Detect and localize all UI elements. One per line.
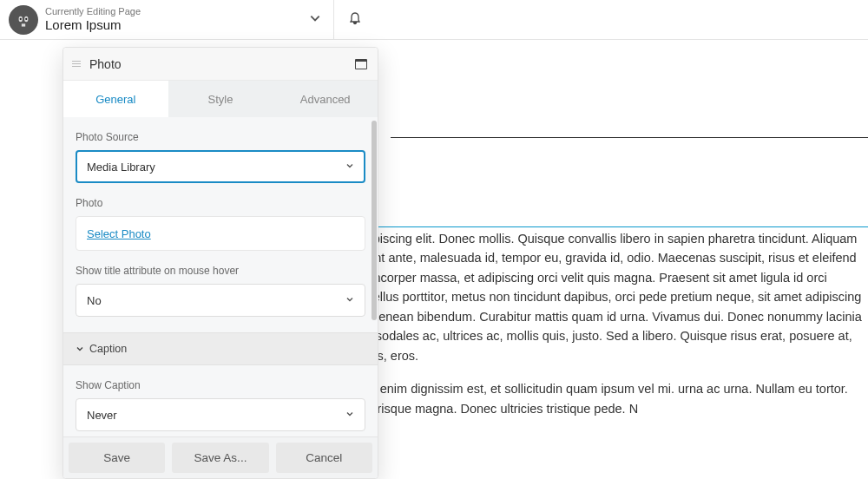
caption-section-toggle[interactable]: Caption [63, 332, 378, 365]
svg-point-4 [25, 17, 27, 19]
tab-general[interactable]: General [63, 81, 168, 117]
heading-rule [391, 137, 868, 138]
section-title: Caption [89, 343, 127, 355]
page-menu-toggle[interactable] [297, 12, 333, 28]
editing-label: Currently Editing Page [45, 6, 141, 17]
notifications-button[interactable] [334, 11, 376, 29]
panel-footer: Save Save As... Cancel [63, 436, 378, 478]
bell-icon [348, 11, 362, 25]
photo-label: Photo [76, 197, 365, 209]
chevron-down-icon [345, 409, 354, 421]
page-title: Lorem Ipsum [45, 17, 141, 33]
panel-header[interactable]: Photo [63, 48, 378, 81]
settings-panel: Photo General Style Advanced Photo Sourc… [62, 47, 378, 479]
maximize-icon[interactable] [355, 59, 367, 69]
select-photo-link[interactable]: Select Photo [87, 227, 151, 240]
title-attr-label: Show title attribute on mouse hover [76, 265, 365, 277]
title-attr-select[interactable]: No [76, 284, 365, 317]
drag-handle-icon[interactable] [72, 61, 81, 67]
chevron-down-icon [345, 161, 354, 173]
save-as-button[interactable]: Save As... [172, 443, 268, 473]
select-value: Media Library [87, 161, 155, 174]
save-button[interactable]: Save [69, 443, 165, 473]
panel-title: Photo [89, 57, 122, 71]
photo-source-label: Photo Source [76, 131, 365, 143]
select-value: No [87, 294, 102, 307]
app-logo[interactable] [9, 5, 38, 35]
beaver-icon [12, 9, 35, 31]
chevron-down-icon [309, 12, 321, 24]
title-group: Currently Editing Page Lorem Ipsum [45, 6, 141, 33]
panel-body: Photo Source Media Library Photo Select … [63, 117, 378, 436]
topbar: Currently Editing Page Lorem Ipsum [0, 0, 868, 40]
select-value: Never [87, 409, 117, 422]
photo-picker: Select Photo [76, 216, 365, 251]
tab-advanced[interactable]: Advanced [273, 81, 378, 117]
scrollbar[interactable] [372, 121, 377, 320]
show-caption-select[interactable]: Never [76, 398, 365, 431]
show-caption-label: Show Caption [76, 379, 365, 391]
chevron-down-icon [76, 344, 84, 353]
cancel-button[interactable]: Cancel [276, 443, 372, 473]
svg-point-0 [13, 10, 34, 30]
tab-style[interactable]: Style [168, 81, 273, 117]
photo-source-select[interactable]: Media Library [76, 150, 365, 183]
svg-point-3 [20, 17, 22, 19]
chevron-down-icon [345, 294, 354, 306]
panel-tabs: General Style Advanced [63, 81, 378, 117]
